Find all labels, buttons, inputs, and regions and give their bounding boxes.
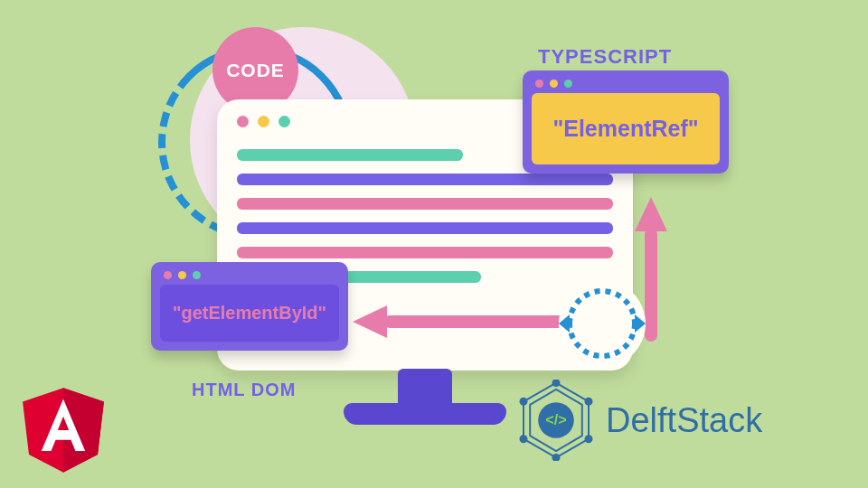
monitor-foot: [344, 403, 506, 425]
window-dots: [151, 271, 348, 285]
typescript-label: TYPESCRIPT: [538, 45, 672, 69]
delftstack-text: DelftStack: [606, 401, 762, 440]
svg-point-10: [552, 454, 561, 461]
delftstack-logo: </> DelftStack: [515, 380, 762, 461]
arrow-left-icon: [353, 305, 579, 336]
code-bar: [237, 174, 613, 185]
code-bar: [237, 198, 613, 210]
typescript-window-text: "ElementRef": [532, 93, 720, 164]
code-badge-label: CODE: [226, 60, 285, 81]
dot-icon: [535, 80, 543, 88]
svg-point-9: [585, 435, 593, 443]
dot-icon: [178, 271, 186, 279]
dot-icon: [193, 271, 201, 279]
dot-icon: [258, 116, 269, 127]
dot-icon: [550, 80, 558, 88]
htmldom-window-text: "getElementById": [160, 285, 339, 342]
code-bar: [237, 149, 463, 161]
dot-icon: [237, 116, 249, 127]
sync-arrows-icon: [552, 273, 653, 374]
code-bar: [237, 222, 613, 234]
window-dots: [237, 116, 290, 127]
code-bar: [237, 247, 613, 258]
svg-marker-1: [559, 314, 570, 333]
svg-point-7: [552, 380, 561, 387]
htmldom-window: "getElementById": [151, 262, 348, 351]
dot-icon: [564, 80, 572, 88]
typescript-window: "ElementRef": [523, 70, 729, 174]
diagram-stage: CODE TYPESCRIPT "ElementRef": [0, 0, 868, 488]
svg-point-11: [520, 435, 528, 443]
delftstack-mark-icon: </>: [515, 380, 597, 461]
svg-text:</>: </>: [545, 411, 566, 427]
angular-logo-icon: [20, 384, 107, 476]
svg-point-8: [585, 398, 593, 406]
htmldom-label: HTML DOM: [192, 380, 296, 400]
dot-icon: [164, 271, 172, 279]
svg-point-12: [520, 398, 528, 406]
dot-icon: [278, 116, 290, 127]
sync-circle: [559, 280, 646, 367]
svg-marker-0: [635, 314, 646, 333]
window-dots: [523, 80, 729, 93]
